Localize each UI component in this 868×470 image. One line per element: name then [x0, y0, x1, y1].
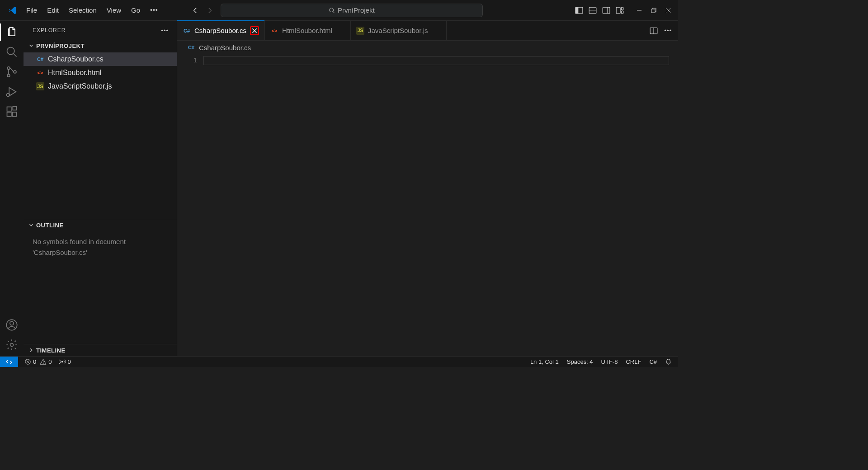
tab-html[interactable]: <> HtmlSoubor.html	[265, 21, 351, 40]
tab-label: JavaScriptSoubor.js	[368, 27, 428, 34]
eol-status[interactable]: CRLF	[626, 358, 641, 365]
sidebar-header: EXPLORER •••	[24, 21, 177, 40]
tab-label: CsharpSoubor.cs	[194, 27, 246, 34]
menu-file[interactable]: File	[22, 4, 42, 17]
menu-more-icon[interactable]: •••	[146, 4, 163, 17]
menu-go[interactable]: Go	[127, 4, 145, 17]
status-bar: 0 0 0 Ln 1, Col 1 Spaces: 4 UTF-8 CRLF C…	[0, 356, 678, 367]
language-status[interactable]: C#	[649, 358, 657, 365]
explorer-more-icon[interactable]: •••	[161, 27, 169, 34]
menu-bar: File Edit Selection View Go •••	[22, 4, 163, 17]
js-file-icon: JS	[36, 82, 44, 90]
outline-label: OUTLINE	[36, 222, 64, 229]
broadcast-icon	[59, 358, 66, 365]
toggle-panel-icon[interactable]	[589, 6, 597, 14]
project-folder-header[interactable]: PRVNÍPROJEKT	[24, 40, 177, 52]
svg-rect-2	[576, 7, 578, 14]
svg-rect-20	[7, 107, 11, 111]
svg-rect-22	[12, 112, 16, 116]
minimize-icon[interactable]	[636, 7, 643, 14]
tab-csharp[interactable]: C# CsharpSoubor.cs	[177, 21, 265, 40]
customize-layout-icon[interactable]	[616, 6, 624, 14]
vscode-logo-icon	[8, 6, 17, 15]
timeline-label: TIMELINE	[36, 347, 66, 354]
svg-point-0	[330, 8, 334, 12]
explorer-activity-icon[interactable]	[5, 25, 19, 39]
svg-point-17	[7, 74, 10, 77]
chevron-right-icon	[28, 347, 34, 353]
toggle-secondary-sidebar-icon[interactable]	[602, 6, 610, 14]
sidebar-title: EXPLORER	[33, 27, 66, 33]
svg-rect-21	[7, 112, 11, 116]
breadcrumb[interactable]: C# CsharpSoubor.cs	[177, 41, 678, 54]
extensions-activity-icon[interactable]	[5, 105, 19, 118]
cursor-position[interactable]: Ln 1, Col 1	[530, 358, 559, 365]
titlebar: File Edit Selection View Go ••• PrvníPro…	[0, 0, 678, 21]
ports-status[interactable]: 0	[59, 358, 71, 365]
chevron-down-icon	[28, 42, 34, 49]
menu-view[interactable]: View	[102, 4, 126, 17]
svg-rect-11	[651, 9, 655, 13]
sidebar: EXPLORER ••• PRVNÍPROJEKT C# CsharpSoubo…	[24, 21, 177, 356]
menu-edit[interactable]: Edit	[42, 4, 63, 17]
outline-header[interactable]: OUTLINE	[24, 219, 177, 231]
remote-indicator-icon[interactable]	[0, 357, 18, 367]
file-name: CsharpSoubor.cs	[48, 55, 104, 63]
status-left: 0 0 0	[18, 358, 71, 365]
problems-status[interactable]: 0 0	[24, 358, 52, 365]
line-number: 1	[177, 56, 197, 64]
source-control-activity-icon[interactable]	[5, 65, 19, 79]
maximize-icon[interactable]	[650, 7, 657, 14]
csharp-file-icon: C#	[183, 27, 191, 35]
svg-point-14	[7, 47, 14, 55]
tab-bar: C# CsharpSoubor.cs <> HtmlSoubor.html JS…	[177, 21, 678, 41]
js-file-icon: JS	[356, 27, 364, 35]
notifications-icon[interactable]	[665, 358, 672, 365]
close-tab-icon[interactable]	[250, 26, 259, 35]
close-window-icon[interactable]	[665, 7, 672, 14]
file-name: HtmlSoubor.html	[48, 69, 101, 77]
csharp-file-icon: C#	[187, 43, 195, 52]
chevron-down-icon	[28, 222, 34, 228]
editor-body[interactable]: 1	[177, 54, 678, 356]
line-gutter: 1	[177, 54, 203, 356]
svg-line-15	[14, 54, 17, 57]
project-name: PRVNÍPROJEKT	[36, 42, 85, 49]
activity-bar	[0, 21, 24, 356]
editor-area: C# CsharpSoubor.cs <> HtmlSoubor.html JS…	[177, 21, 678, 356]
current-line-highlight	[203, 56, 669, 65]
html-file-icon: <>	[270, 27, 278, 35]
warning-icon	[40, 358, 47, 365]
search-activity-icon[interactable]	[5, 45, 19, 59]
tab-label: HtmlSoubor.html	[282, 27, 332, 34]
svg-point-25	[10, 321, 14, 325]
status-right: Ln 1, Col 1 Spaces: 4 UTF-8 CRLF C#	[530, 358, 678, 365]
outline-section: OUTLINE No symbols found in document 'Cs…	[24, 219, 177, 344]
nav-back-icon[interactable]	[190, 5, 201, 16]
error-count: 0	[33, 358, 36, 365]
svg-rect-7	[616, 7, 620, 14]
nav-forward-icon[interactable]	[204, 5, 215, 16]
svg-rect-5	[603, 7, 610, 14]
run-debug-activity-icon[interactable]	[5, 85, 19, 99]
file-item[interactable]: JS JavaScriptSoubor.js	[24, 80, 177, 93]
settings-activity-icon[interactable]	[5, 338, 19, 352]
editor-more-icon[interactable]: •••	[664, 27, 672, 34]
menu-selection[interactable]: Selection	[64, 4, 101, 17]
timeline-header[interactable]: TIMELINE	[24, 344, 177, 356]
accounts-activity-icon[interactable]	[5, 318, 19, 332]
toggle-primary-sidebar-icon[interactable]	[575, 6, 583, 14]
editor-content[interactable]	[203, 54, 678, 356]
file-tree: C# CsharpSoubor.cs <> HtmlSoubor.html JS…	[24, 52, 177, 94]
encoding-status[interactable]: UTF-8	[601, 358, 618, 365]
file-item[interactable]: <> HtmlSoubor.html	[24, 66, 177, 80]
timeline-section: TIMELINE	[24, 344, 177, 356]
svg-rect-3	[589, 7, 596, 14]
svg-rect-9	[621, 11, 623, 14]
split-editor-icon[interactable]	[650, 27, 658, 35]
tab-js[interactable]: JS JavaScriptSoubor.js	[351, 21, 447, 40]
file-item[interactable]: C# CsharpSoubor.cs	[24, 52, 177, 66]
command-center[interactable]: PrvníProjekt	[221, 4, 483, 17]
ports-count: 0	[67, 358, 71, 365]
indentation-status[interactable]: Spaces: 4	[567, 358, 593, 365]
